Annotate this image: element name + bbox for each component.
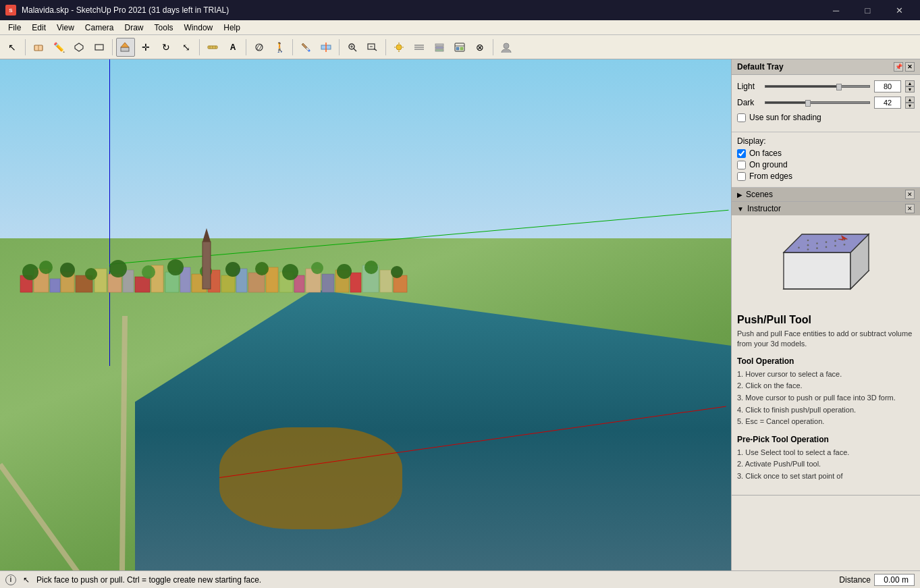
on-faces-checkbox[interactable] xyxy=(737,149,746,158)
advanced-camera-button[interactable]: ⊗ xyxy=(470,38,489,57)
fog-button[interactable] xyxy=(410,38,429,57)
title-bar: S Malavida.skp - SketchUp Pro 2021 (31 d… xyxy=(0,0,920,20)
orbit-tool-button[interactable] xyxy=(250,38,269,57)
tape-tool-button[interactable] xyxy=(203,38,222,57)
toolbar-separator-3 xyxy=(199,39,200,55)
profile-button[interactable] xyxy=(497,38,516,57)
dark-slider-fill xyxy=(765,102,807,103)
operation-step-3: Move cursor to push or pull face into 3D… xyxy=(737,392,915,404)
light-slider-thumb[interactable] xyxy=(836,84,842,90)
select-tool-button[interactable]: ↖ xyxy=(3,38,22,57)
menu-draw[interactable]: Draw xyxy=(119,22,149,34)
menu-camera[interactable]: Camera xyxy=(80,22,119,34)
menu-view[interactable]: View xyxy=(51,22,80,34)
tool-operation-title: Tool Operation xyxy=(737,356,915,366)
layers-button[interactable] xyxy=(430,38,449,57)
svg-point-89 xyxy=(816,242,818,244)
svg-point-98 xyxy=(798,246,800,248)
default-tray-header: Default Tray 📌 ✕ xyxy=(732,59,920,75)
scenes-close-button[interactable]: ✕ xyxy=(905,190,915,199)
status-bar: i ↖ Pick face to push or pull. Ctrl = to… xyxy=(0,570,920,588)
paint-tool-button[interactable] xyxy=(296,38,315,57)
minimize-button[interactable]: ─ xyxy=(821,0,851,20)
dark-spinner[interactable]: ▲ ▼ xyxy=(905,97,915,109)
menu-window[interactable]: Window xyxy=(179,22,219,34)
light-increment[interactable]: ▲ xyxy=(905,80,915,86)
push-pull-tool-desc: Push and pull Face entities to add or su… xyxy=(737,329,915,350)
walk-tool-button[interactable]: 🚶 xyxy=(270,38,289,57)
default-tray-title: Default Tray xyxy=(737,62,784,72)
toolbar-separator-8 xyxy=(493,39,493,55)
instructor-arrow: ▼ xyxy=(737,205,744,213)
cursor-mode-icon: ↖ xyxy=(23,575,30,585)
dark-label: Dark xyxy=(737,98,761,107)
on-faces-label[interactable]: On faces xyxy=(749,149,782,158)
push-pull-tool-button[interactable] xyxy=(116,38,135,57)
dark-slider[interactable] xyxy=(765,101,870,104)
canvas-area[interactable] xyxy=(0,59,731,570)
from-edges-label[interactable]: From edges xyxy=(749,171,792,181)
sun-shading-checkbox[interactable] xyxy=(737,113,746,122)
menu-edit[interactable]: Edit xyxy=(26,22,51,34)
shadow-settings: Light 80 ▲ ▼ Dark 42 xyxy=(732,75,920,132)
menu-help[interactable]: Help xyxy=(218,22,246,34)
svg-point-12 xyxy=(308,49,310,51)
operation-step-1: Hover cursor to select a face. xyxy=(737,369,915,381)
close-button[interactable]: ✕ xyxy=(884,0,915,20)
dark-slider-thumb[interactable] xyxy=(805,100,811,107)
svg-point-91 xyxy=(834,240,836,242)
maximize-button[interactable]: □ xyxy=(853,0,883,20)
scenes-button[interactable] xyxy=(450,38,469,57)
svg-rect-36 xyxy=(460,47,463,50)
instructor-header[interactable]: ▼ Instructor ✕ xyxy=(732,202,920,215)
push-pull-tool-title: Push/Pull Tool xyxy=(737,314,915,326)
distance-value[interactable]: 0.00 m xyxy=(874,574,915,586)
scenes-header[interactable]: ▶ Scenes ✕ xyxy=(732,188,920,201)
light-spinner[interactable]: ▲ ▼ xyxy=(905,80,915,92)
toolbar-separator-2 xyxy=(112,39,113,55)
window-controls[interactable]: ─ □ ✕ xyxy=(821,0,915,20)
on-ground-checkbox[interactable] xyxy=(737,161,746,169)
zoom-window-button[interactable] xyxy=(363,38,382,57)
from-edges-row: From edges xyxy=(737,171,915,181)
toolbar-separator-4 xyxy=(246,39,246,55)
light-value: 80 xyxy=(874,80,901,92)
panel-controls[interactable]: 📌 ✕ xyxy=(894,62,915,72)
light-slider[interactable] xyxy=(765,85,870,88)
on-ground-label[interactable]: On ground xyxy=(749,160,788,169)
svg-marker-2 xyxy=(75,43,83,51)
pencil-tool-button[interactable]: ✏️ xyxy=(49,38,68,57)
scenes-section: ▶ Scenes ✕ xyxy=(732,188,920,202)
menu-file[interactable]: File xyxy=(3,22,26,34)
panel-pin-button[interactable]: 📌 xyxy=(894,62,903,72)
instructor-close-button[interactable]: ✕ xyxy=(905,204,915,213)
shadows-button[interactable] xyxy=(389,38,408,57)
svg-point-88 xyxy=(807,244,809,246)
light-decrement[interactable]: ▼ xyxy=(905,86,915,92)
panel-close-button[interactable]: ✕ xyxy=(905,62,915,72)
section-tool-button[interactable] xyxy=(317,38,335,57)
dark-increment[interactable]: ▲ xyxy=(905,97,915,103)
main-layout: Default Tray 📌 ✕ Light 80 ▲ ▼ xyxy=(0,59,920,570)
toolbar-separator-5 xyxy=(292,39,293,55)
menu-tools[interactable]: Tools xyxy=(149,22,179,34)
operation-step-5: Esc = Cancel operation. xyxy=(737,416,915,428)
rotate-tool-button[interactable]: ↻ xyxy=(157,38,175,57)
dark-decrement[interactable]: ▼ xyxy=(905,103,915,109)
svg-marker-85 xyxy=(784,252,850,289)
eraser-tool-button[interactable] xyxy=(29,38,48,57)
light-label: Light xyxy=(737,82,761,91)
move-tool-button[interactable]: ✛ xyxy=(136,38,155,57)
rect-tool-button[interactable] xyxy=(90,38,109,57)
scale-tool-button[interactable]: ⤡ xyxy=(177,38,196,57)
svg-rect-31 xyxy=(435,47,443,49)
shape-tool-button[interactable] xyxy=(70,38,88,57)
pre-pick-step-2: Activate Push/Pull tool. xyxy=(737,458,915,471)
text-tool-button[interactable]: A xyxy=(223,38,242,57)
zoom-tool-button[interactable] xyxy=(343,38,362,57)
info-icon[interactable]: i xyxy=(5,574,16,585)
scenes-title: Scenes xyxy=(746,190,773,199)
from-edges-checkbox[interactable] xyxy=(737,172,746,181)
title-left: S Malavida.skp - SketchUp Pro 2021 (31 d… xyxy=(5,5,229,16)
sun-shading-label[interactable]: Use sun for shading xyxy=(749,113,821,122)
